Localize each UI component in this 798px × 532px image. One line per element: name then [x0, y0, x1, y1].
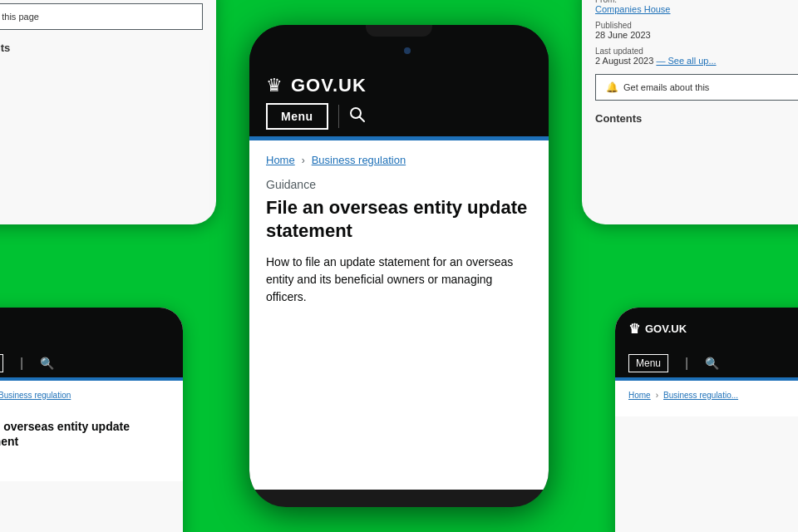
- nav-divider: [338, 105, 339, 128]
- govuk-title: GOV.UK: [291, 75, 367, 96]
- about-this-page-btn[interactable]: 🔔 ut this page: [0, 3, 203, 30]
- breadcrumb: Home › Business regulation: [266, 154, 532, 166]
- published-row: Published 28 June 2023: [595, 21, 798, 40]
- notch: [366, 25, 432, 37]
- govuk-text-br: GOV.UK: [645, 323, 687, 335]
- search-button[interactable]: [349, 106, 366, 127]
- last-updated-row: Last updated 2 August 2023 — See all up.…: [595, 47, 798, 66]
- card-br-content: Home › Business regulatio...: [615, 381, 798, 416]
- business-regulation-link[interactable]: Business regulation: [312, 154, 406, 166]
- card-bottom-left: ♛ UK Menu | 🔍 Home › Business regulation…: [0, 308, 183, 532]
- breadcrumb-bl: Home › Business regulation: [0, 391, 170, 400]
- card-top-left: e all updates 🔔 ut this page Contents: [0, 0, 216, 224]
- business-reg-link-bl[interactable]: Business regulation: [0, 391, 71, 400]
- page-title: File an overseas entity update statement: [266, 196, 532, 242]
- card-bl-header: ♛ UK: [0, 308, 183, 349]
- published-label: Published: [595, 21, 798, 30]
- card-bottom-right: ♛ GOV.UK Menu | 🔍 Home › Business regula…: [615, 308, 798, 532]
- from-row: From: Companies House: [595, 0, 798, 14]
- companies-house-link[interactable]: Companies House: [595, 4, 671, 14]
- camera-dot: [404, 47, 411, 54]
- card-bl-content: Home › Business regulation Guidance File…: [0, 381, 183, 481]
- search-icon-bl[interactable]: 🔍: [40, 357, 54, 370]
- guidance-bl: Guidance: [0, 406, 170, 416]
- menu-button[interactable]: Menu: [266, 103, 328, 130]
- contents-label-tl: Contents: [0, 42, 203, 54]
- get-emails-label-tr: Get emails about this: [623, 82, 709, 92]
- contents-label-tr: Contents: [595, 112, 798, 125]
- phone-content: Home › Business regulation Guidance File…: [249, 140, 549, 490]
- crown-icon-br: ♛: [628, 321, 640, 337]
- about-page-label: ut this page: [0, 12, 39, 22]
- card-br-header: ♛ GOV.UK: [615, 308, 798, 349]
- crown-icon-main: ♛: [266, 75, 283, 96]
- bell-icon-tr: 🔔: [606, 81, 618, 93]
- published-date: 28 June 2023: [595, 30, 798, 40]
- menu-btn-bl[interactable]: Menu: [0, 354, 3, 372]
- top-right-content: From: Companies House Published 28 June …: [582, 0, 798, 138]
- card-bl-nav: Menu | 🔍: [0, 349, 183, 377]
- page-description: How to file an update statement for an o…: [266, 254, 532, 306]
- svg-line-1: [359, 116, 364, 121]
- search-icon-br[interactable]: 🔍: [705, 357, 719, 370]
- last-updated-date: 2 August 2023 — See all up...: [595, 56, 798, 66]
- title-bl: File an overseas entity update statement: [0, 419, 170, 449]
- home-link[interactable]: Home: [266, 154, 295, 166]
- guidance-label: Guidance: [266, 178, 532, 191]
- search-icon-main: [349, 106, 366, 123]
- current-link-br[interactable]: Business regulatio...: [663, 391, 738, 400]
- menu-btn-br[interactable]: Menu: [628, 354, 668, 372]
- govuk-logo-br: ♛ GOV.UK: [628, 321, 687, 337]
- phone-content-inner: Home › Business regulation Guidance File…: [249, 140, 549, 490]
- get-emails-btn-tr[interactable]: 🔔 Get emails about this: [595, 74, 798, 101]
- sep-br: ›: [656, 391, 658, 400]
- govuk-nav: Menu: [249, 103, 549, 136]
- phone-notch: [249, 25, 549, 66]
- top-left-content: e all updates 🔔 ut this page Contents: [0, 0, 216, 67]
- card-br-nav: Menu | 🔍: [615, 349, 798, 377]
- card-top-right: From: Companies House Published 28 June …: [582, 0, 798, 224]
- main-phone: ♛ GOV.UK Menu Home › Business regulation…: [249, 25, 549, 507]
- regulation-link-bl: regulation: [0, 456, 170, 465]
- govuk-header: ♛ GOV.UK: [249, 66, 549, 103]
- see-all-updates-tr-link[interactable]: — See all up...: [656, 56, 716, 66]
- last-updated-label: Last updated: [595, 47, 798, 56]
- breadcrumb-separator: ›: [302, 155, 305, 166]
- home-link-br[interactable]: Home: [628, 391, 651, 400]
- breadcrumb-br: Home › Business regulatio...: [628, 391, 798, 400]
